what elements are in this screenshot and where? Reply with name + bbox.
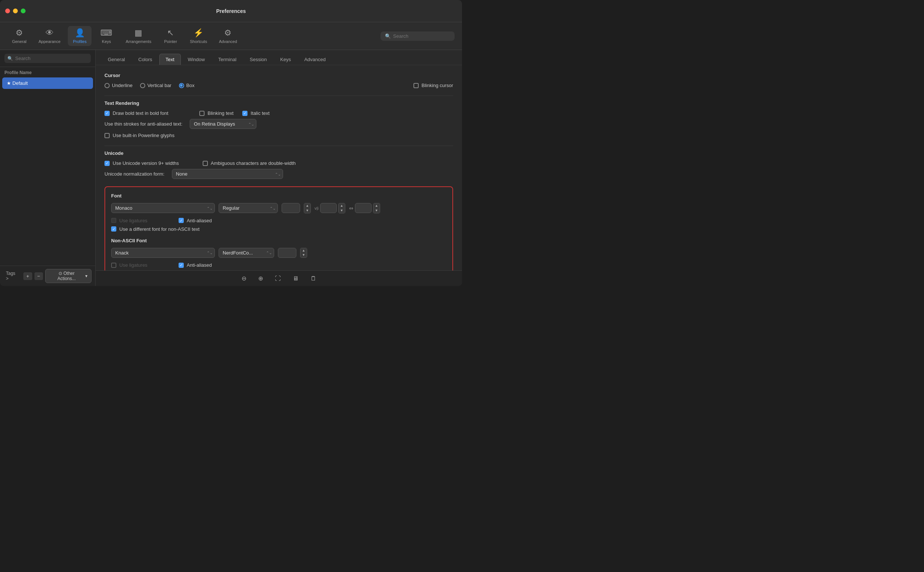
cursor-box[interactable]: Box — [179, 82, 194, 88]
sidebar-search-inner: 🔍 — [5, 54, 91, 63]
font-size-down[interactable]: ▼ — [304, 208, 311, 213]
other-actions-button[interactable]: ⊙ Other Actions... ▾ — [45, 269, 92, 283]
tab-session[interactable]: Session — [244, 54, 273, 65]
line-height-group: v|i 100 ▲ ▼ — [315, 203, 345, 213]
tab-window[interactable]: Window — [182, 54, 211, 65]
non-ascii-font-name-wrapper: Knack — [111, 248, 215, 258]
non-ascii-font-size-up[interactable]: ▲ — [300, 248, 307, 253]
minimize-button[interactable] — [13, 9, 18, 13]
ambiguous-label: Ambiguous characters are double-width — [211, 160, 296, 166]
line-height-up[interactable]: ▲ — [339, 204, 345, 208]
zoom-in-button[interactable]: ⊕ — [256, 274, 265, 283]
letter-spacing-down[interactable]: ▼ — [373, 208, 380, 213]
keys-icon: ⌨ — [100, 28, 112, 38]
powerline-checkbox[interactable] — [104, 133, 110, 138]
toolbar-item-arrangements[interactable]: ▦ Arrangements — [121, 26, 155, 46]
bottom-toolbar: ⊖ ⊕ ⛶ 🖥 🗒 — [96, 270, 462, 286]
profile-item-default[interactable]: ★ Default — [2, 78, 93, 89]
ambiguous-checkbox-item[interactable]: Ambiguous characters are double-width — [203, 160, 296, 166]
blinking-text-checkbox[interactable] — [199, 111, 205, 116]
cursor-vertical-bar[interactable]: Vertical bar — [140, 82, 172, 88]
tags-button[interactable]: Tags > — [4, 270, 21, 282]
unicode-version-checkbox[interactable]: ✓ — [104, 161, 110, 166]
appearance-icon: 👁 — [45, 28, 54, 38]
blinking-text-checkbox-item[interactable]: Blinking text — [199, 110, 233, 116]
cursor-box-radio[interactable] — [179, 83, 184, 88]
letter-spacing-up[interactable]: ▲ — [373, 204, 380, 208]
toolbar-item-keys[interactable]: ⌨ Keys — [95, 26, 118, 46]
non-ascii-ligatures-checkbox-item: Use ligatures — [111, 262, 148, 268]
unicode-version-checkbox-item[interactable]: ✓ Use Unicode version 9+ widths — [104, 160, 179, 166]
close-button[interactable] — [5, 9, 10, 13]
arrangements-icon: ▦ — [135, 28, 142, 38]
tab-keys[interactable]: Keys — [274, 54, 297, 65]
powerline-checkbox-item[interactable]: Use built-in Powerline glyphs — [104, 133, 453, 138]
toolbar-search-input[interactable] — [393, 33, 445, 39]
font-size-input[interactable]: 12 — [281, 203, 300, 213]
cursor-underline[interactable]: Underline — [104, 82, 133, 88]
tab-terminal[interactable]: Terminal — [212, 54, 243, 65]
non-ascii-font-row: Knack NerdFontCo... 12 ▲ ▼ — [111, 248, 446, 258]
non-ascii-font-title: Non-ASCII Font — [111, 238, 446, 243]
letter-spacing-input[interactable]: 100 — [355, 203, 371, 213]
italic-text-checkbox[interactable]: ✓ — [242, 111, 247, 116]
font-name-dropdown-wrapper: Monaco — [111, 203, 215, 213]
fit-button[interactable]: ⛶ — [273, 274, 283, 283]
letter-spacing-icon: ⇔ — [349, 205, 353, 211]
line-height-down[interactable]: ▼ — [339, 208, 345, 213]
zoom-out-button[interactable]: ⊖ — [239, 274, 248, 283]
divider-2 — [104, 146, 453, 146]
blinking-cursor-checkbox[interactable] — [413, 83, 419, 88]
font-main-row: Monaco Regular 12 ▲ ▼ v|i — [111, 203, 446, 213]
toolbar-item-general[interactable]: ⚙ General — [8, 26, 31, 46]
line-height-input[interactable]: 100 — [320, 203, 337, 213]
toolbar-item-profiles[interactable]: 👤 Profiles — [68, 26, 92, 46]
normalization-dropdown[interactable]: None — [172, 169, 283, 179]
ambiguous-checkbox[interactable] — [203, 161, 208, 166]
non-ascii-font-size-input[interactable]: 12 — [278, 248, 297, 258]
note-button[interactable]: 🗒 — [308, 274, 318, 283]
italic-text-checkbox-item[interactable]: ✓ Italic text — [242, 110, 269, 116]
toolbar-item-appearance[interactable]: 👁 Appearance — [34, 26, 65, 46]
tab-advanced[interactable]: Advanced — [298, 54, 332, 65]
different-font-checkbox-item[interactable]: ✓ Use a different font for non-ASCII tex… — [111, 226, 446, 232]
anti-aliased-checkbox-item[interactable]: ✓ Anti-aliased — [179, 218, 212, 224]
add-profile-button[interactable]: + — [23, 272, 32, 280]
font-size-stepper: ▲ ▼ — [304, 203, 311, 213]
fullscreen-button[interactable] — [21, 9, 26, 13]
draw-bold-checkbox[interactable]: ✓ — [104, 111, 110, 116]
non-ascii-font-style-dropdown[interactable]: NerdFontCo... — [219, 248, 274, 258]
toolbar-item-pointer[interactable]: ↖ Pointer — [158, 26, 182, 46]
cursor-underline-radio[interactable] — [104, 83, 110, 88]
non-ascii-font-name-dropdown[interactable]: Knack — [111, 248, 215, 258]
blinking-cursor-checkbox-item[interactable]: Blinking cursor — [413, 82, 453, 88]
pointer-icon: ↖ — [167, 28, 174, 38]
tab-general[interactable]: General — [101, 54, 131, 65]
thin-strokes-dropdown[interactable]: On Retina Displays — [190, 119, 256, 129]
broadcast-button[interactable]: 🖥 — [290, 274, 301, 283]
font-name-dropdown[interactable]: Monaco — [111, 203, 215, 213]
non-ascii-anti-aliased-checkbox-item[interactable]: ✓ Anti-aliased — [179, 262, 212, 268]
anti-aliased-checkbox[interactable]: ✓ — [179, 218, 184, 223]
non-ascii-anti-aliased-checkbox[interactable]: ✓ — [179, 263, 184, 268]
toolbar-label-keys: Keys — [102, 39, 111, 44]
toolbar-item-shortcuts[interactable]: ⚡ Shortcuts — [185, 26, 211, 46]
font-size-up[interactable]: ▲ — [304, 204, 311, 208]
font-style-dropdown[interactable]: Regular — [219, 203, 278, 213]
tab-colors[interactable]: Colors — [132, 54, 158, 65]
sidebar-search-input[interactable] — [15, 56, 88, 61]
different-font-checkbox[interactable]: ✓ — [111, 226, 116, 232]
toolbar-search: 🔍 — [380, 31, 455, 41]
cursor-radio-group: Underline Vertical bar Box — [104, 82, 194, 88]
remove-profile-button[interactable]: − — [34, 272, 43, 280]
text-rendering-title: Text Rendering — [104, 100, 453, 106]
cursor-section-title: Cursor — [104, 73, 453, 78]
toolbar-item-advanced[interactable]: ⚙ Advanced — [214, 26, 242, 46]
tab-text[interactable]: Text — [159, 54, 181, 65]
letter-spacing-stepper: ▲ ▼ — [373, 203, 380, 213]
fit-icon: ⛶ — [275, 275, 281, 281]
non-ascii-font-size-down[interactable]: ▼ — [300, 253, 307, 258]
draw-bold-checkbox-item[interactable]: ✓ Draw bold text in bold font — [104, 110, 168, 116]
non-ascii-font-style-wrapper: NerdFontCo... — [219, 248, 274, 258]
cursor-vertical-bar-radio[interactable] — [140, 83, 145, 88]
